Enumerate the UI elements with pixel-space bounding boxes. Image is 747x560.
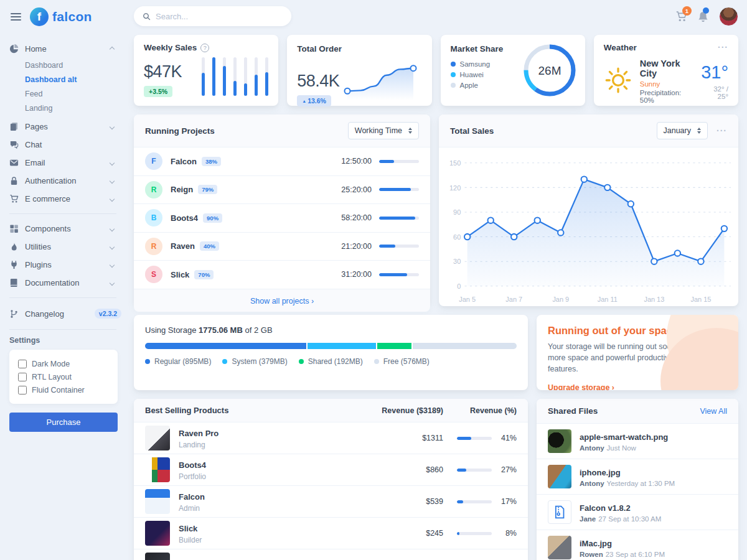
code-branch-icon — [9, 309, 19, 319]
weather-condition: Sunny — [640, 80, 693, 88]
checkbox-fluid-container[interactable] — [18, 386, 27, 394]
changelog-label: Changelog — [25, 309, 88, 319]
project-percent-badge: 38% — [202, 157, 221, 166]
file-row-imac.jpg: iMac.jpg Rowen23 Sep at 6:10 PM — [537, 530, 738, 560]
purchase-button[interactable]: Purchase — [9, 413, 118, 432]
product-name-link[interactable]: Falcon — [179, 492, 205, 502]
project-name-link[interactable]: Reign — [171, 185, 193, 194]
upgrade-storage-link[interactable]: Upgrade storage › — [548, 383, 614, 390]
project-name-link[interactable]: Raven — [171, 241, 195, 251]
bar — [202, 57, 205, 96]
project-name-link[interactable]: Slick — [171, 270, 189, 279]
sidebar-subitem-feed[interactable]: Feed — [25, 86, 121, 101]
sidebar-subitem-landing[interactable]: Landing — [25, 101, 121, 115]
product-name-link[interactable]: Slick — [179, 524, 197, 533]
checkbox-rtl-layout[interactable] — [18, 373, 27, 381]
app-root: f falcon HomeDashboardDashboard altFeedL… — [0, 0, 747, 560]
pages-icon — [9, 122, 19, 131]
chevron-down-icon — [110, 160, 115, 165]
file-meta: Jane27 Sep at 10:30 AM — [580, 515, 661, 523]
project-row-boots4: B Boots4 90% 58:20:00 — [134, 204, 430, 233]
weather-title: Weather — [604, 43, 637, 52]
project-avatar: R — [145, 181, 162, 198]
brand-logo[interactable]: f falcon — [30, 7, 92, 26]
caret-up-icon: ▲ — [302, 99, 306, 103]
project-list: F Falcon 38% 12:50:00 R Reign 79% 25:20:… — [134, 147, 430, 289]
revenue-header: Revenue ($3189) — [350, 406, 443, 415]
chevron-down-icon — [110, 124, 115, 129]
storage-segment-system — [308, 343, 376, 349]
more-menu-icon[interactable]: ··· — [716, 129, 727, 133]
sidebar-item-chat[interactable]: Chat — [9, 136, 121, 154]
product-revenue: $245 — [387, 529, 443, 538]
settings-panel: Dark ModeRTL LayoutFluid Container — [9, 350, 118, 404]
sidebar-item-pages[interactable]: Pages — [9, 118, 121, 136]
project-row-falcon: F Falcon 38% 12:50:00 — [134, 147, 430, 176]
project-time: 25:20:00 — [341, 185, 372, 194]
project-name-link[interactable]: Boots4 — [171, 213, 198, 223]
product-progress-bar — [457, 532, 492, 535]
view-all-link[interactable]: View All — [700, 407, 727, 416]
bell-icon[interactable] — [697, 11, 709, 22]
weather-city: New York City — [640, 58, 693, 78]
month-select[interactable]: January — [657, 122, 708, 139]
product-list: Raven ProLanding $1311 41% Boots4Portfol… — [134, 422, 528, 560]
sidebar-item-home[interactable]: Home — [9, 40, 121, 58]
best-selling-title: Best Selling Products — [145, 406, 350, 415]
sort-arrows-icon — [697, 128, 701, 134]
project-time: 58:20:00 — [341, 213, 372, 222]
svg-text:150: 150 — [449, 159, 461, 167]
sidebar-item-email[interactable]: Email — [9, 154, 121, 172]
product-name-link[interactable]: Raven Pro — [179, 429, 218, 438]
storage-segment-shared — [377, 343, 412, 349]
search-box — [134, 6, 291, 26]
product-category: Builder — [179, 536, 387, 544]
storage-legend-item: Free (576MB) — [374, 357, 430, 366]
storage-legend-item: System (379MB) — [222, 357, 287, 366]
project-time: 21:20:00 — [341, 242, 372, 251]
sidebar-item-utilities[interactable]: Utilities — [9, 238, 121, 256]
project-name-link[interactable]: Falcon — [171, 157, 197, 166]
cart-icon[interactable]: 1 — [675, 11, 687, 22]
product-thumbnail — [145, 426, 170, 450]
file-thumbnail — [548, 465, 571, 488]
sidebar-item-label: Pages — [25, 122, 104, 131]
search-icon — [143, 12, 151, 21]
chevron-down-icon — [110, 226, 115, 231]
working-time-select[interactable]: Working Time — [348, 122, 419, 139]
sidebar-item-plugins[interactable]: Plugins — [9, 256, 121, 274]
storage-legend: Regular (895MB)System (379MB)Shared (192… — [145, 357, 517, 366]
file-row-falcon-v1.8.2: Falcon v1.8.2 Jane27 Sep at 10:30 AM — [537, 495, 738, 530]
file-name-link[interactable]: iphone.jpg — [580, 468, 621, 477]
sidebar-item-e-commerce[interactable]: E commerce — [9, 190, 121, 208]
storage-legend-item: Regular (895MB) — [145, 357, 211, 366]
falcon-logo-icon: f — [30, 7, 49, 26]
file-name-link[interactable]: Falcon v1.8.2 — [580, 503, 631, 513]
file-name-link[interactable]: apple-smart-watch.png — [580, 432, 668, 442]
svg-text:0: 0 — [457, 282, 461, 290]
sidebar-item-authentication[interactable]: Authentication — [9, 172, 121, 190]
total-sales-title: Total Sales — [450, 126, 494, 136]
main-content: 1 Weekly Sales ? $47K +3.5% — [125, 0, 747, 560]
help-icon[interactable]: ? — [200, 44, 209, 52]
sidebar-item-changelog[interactable]: Changelog v2.3.2 — [9, 304, 121, 324]
project-row-raven: R Raven 40% 21:20:00 — [134, 233, 430, 261]
show-all-projects-link[interactable]: Show all projects › — [250, 297, 314, 306]
file-name-link[interactable]: iMac.jpg — [580, 539, 612, 548]
book-icon — [9, 278, 19, 287]
checkbox-dark-mode[interactable] — [18, 360, 27, 368]
sidebar-item-components[interactable]: Components — [9, 220, 121, 238]
search-input[interactable] — [156, 12, 283, 21]
product-name-link[interactable]: Boots4 — [179, 460, 206, 470]
user-avatar[interactable] — [719, 7, 738, 26]
menu-toggle-icon[interactable] — [9, 11, 22, 23]
more-menu-icon[interactable]: ··· — [718, 45, 728, 50]
sidebar-subitem-dashboard-alt[interactable]: Dashboard alt — [25, 72, 121, 86]
sidebar-subitem-dashboard[interactable]: Dashboard — [25, 58, 121, 72]
stats-row: Weekly Sales ? $47K +3.5% Total Order 58… — [134, 35, 738, 106]
bar — [212, 57, 215, 96]
project-percent-badge: 70% — [194, 270, 214, 279]
sidebar-item-documentation[interactable]: Documentation — [9, 274, 121, 292]
sidebar: f falcon HomeDashboardDashboard altFeedL… — [0, 0, 125, 560]
chevron-up-icon — [110, 46, 115, 51]
